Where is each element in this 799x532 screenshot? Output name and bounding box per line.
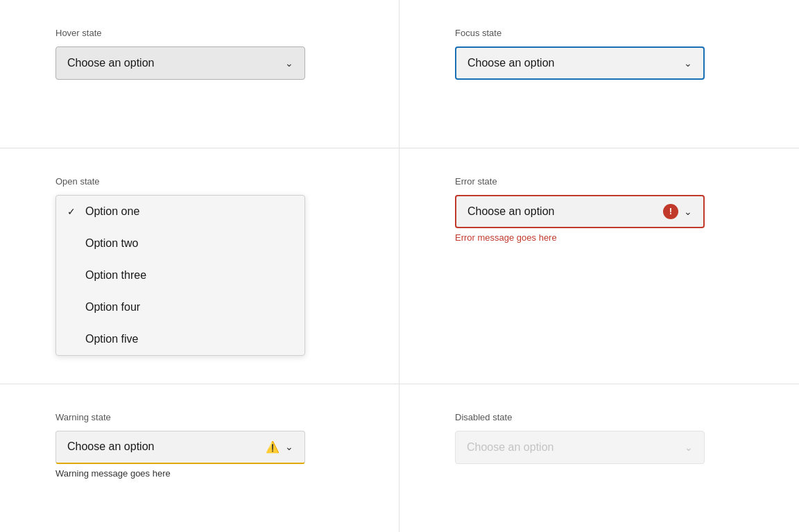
cell-error: Error state Choose an option ! ⌄ Error m… bbox=[400, 148, 799, 384]
option-3-text: Option three bbox=[85, 269, 146, 282]
dropdown-item-1[interactable]: ✓ Option one bbox=[56, 196, 304, 228]
error-message: Error message goes here bbox=[455, 232, 744, 243]
warning-triangle-icon: ⚠️ bbox=[266, 440, 280, 454]
hover-state-label: Hover state bbox=[55, 28, 343, 38]
error-select[interactable]: Choose an option ! ⌄ bbox=[455, 195, 705, 228]
disabled-chevron-icon: ⌄ bbox=[685, 442, 693, 453]
warning-icons: ⚠️ ⌄ bbox=[266, 440, 293, 454]
focus-select-text: Choose an option bbox=[467, 57, 554, 69]
error-chevron-icon: ⌄ bbox=[684, 206, 692, 217]
hover-select-text: Choose an option bbox=[67, 57, 154, 69]
warning-chevron-icon: ⌄ bbox=[285, 441, 293, 452]
main-grid: Hover state Choose an option ⌄ Focus sta… bbox=[0, 0, 799, 532]
cell-focus: Focus state Choose an option ⌄ bbox=[400, 0, 799, 148]
option-5-text: Option five bbox=[85, 333, 138, 345]
open-state-label: Open state bbox=[55, 176, 343, 187]
warning-message: Warning message goes here bbox=[55, 468, 343, 479]
cell-open: Open state ✓ Option one Option two Optio… bbox=[0, 148, 400, 384]
focus-select[interactable]: Choose an option ⌄ bbox=[455, 46, 705, 80]
check-icon-1: ✓ bbox=[67, 206, 78, 217]
disabled-select: Choose an option ⌄ bbox=[455, 431, 705, 464]
error-state-label: Error state bbox=[455, 176, 744, 187]
disabled-state-label: Disabled state bbox=[455, 412, 744, 422]
option-4-text: Option four bbox=[85, 301, 140, 314]
warning-select-text: Choose an option bbox=[67, 440, 154, 453]
focus-state-label: Focus state bbox=[455, 28, 744, 38]
dropdown-item-4[interactable]: Option four bbox=[56, 291, 304, 323]
cell-disabled: Disabled state Choose an option ⌄ bbox=[400, 384, 799, 533]
open-dropdown-list: ✓ Option one Option two Option three Opt… bbox=[55, 195, 305, 356]
open-dropdown-container: ✓ Option one Option two Option three Opt… bbox=[55, 195, 305, 356]
cell-warning: Warning state Choose an option ⚠️ ⌄ Warn… bbox=[0, 384, 400, 533]
error-select-text: Choose an option bbox=[467, 205, 554, 218]
error-icons: ! ⌄ bbox=[663, 204, 692, 219]
focus-chevron-icon: ⌄ bbox=[684, 58, 692, 69]
warning-state-label: Warning state bbox=[55, 412, 343, 422]
dropdown-item-5[interactable]: Option five bbox=[56, 323, 304, 355]
warning-select[interactable]: Choose an option ⚠️ ⌄ bbox=[55, 431, 305, 464]
dropdown-item-3[interactable]: Option three bbox=[56, 259, 304, 291]
cell-hover: Hover state Choose an option ⌄ bbox=[0, 0, 400, 148]
dropdown-item-2[interactable]: Option two bbox=[56, 228, 304, 259]
option-1-text: Option one bbox=[85, 205, 139, 218]
hover-chevron-icon: ⌄ bbox=[285, 58, 293, 69]
option-2-text: Option two bbox=[85, 237, 138, 250]
hover-select[interactable]: Choose an option ⌄ bbox=[55, 46, 305, 80]
error-exclamation-icon: ! bbox=[663, 204, 678, 219]
disabled-select-text: Choose an option bbox=[467, 441, 553, 454]
